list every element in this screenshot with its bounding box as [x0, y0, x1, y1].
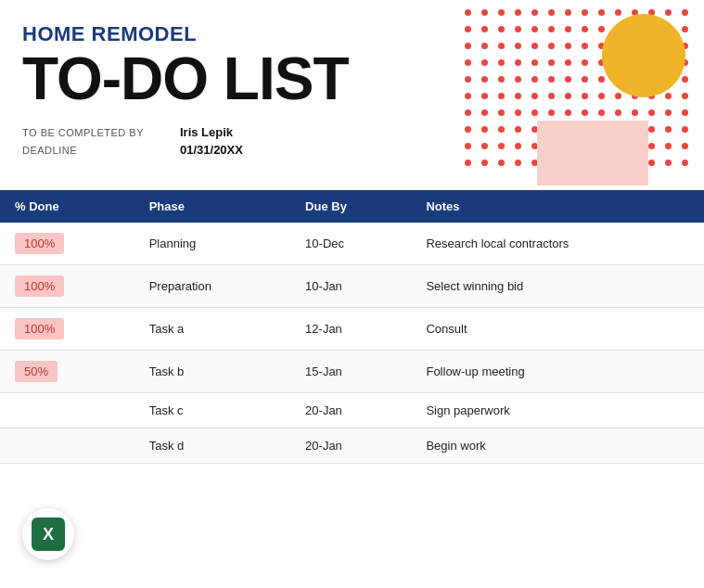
due-by-cell: 20-Jan — [290, 393, 411, 428]
percent-badge: 100% — [15, 275, 64, 297]
table-row: Task c20-JanSign paperwork — [0, 393, 704, 428]
due-by-cell: 12-Jan — [290, 308, 411, 351]
notes-cell: Begin work — [411, 428, 704, 464]
excel-fab[interactable]: X — [22, 508, 74, 560]
col-header-notes: Notes — [411, 190, 704, 223]
phase-cell: Task c — [134, 393, 290, 428]
percent-cell: 100% — [0, 265, 134, 308]
table-row: Task d20-JanBegin work — [0, 428, 704, 464]
table-row: 100%Task a12-JanConsult — [0, 308, 704, 351]
excel-icon: X — [32, 518, 65, 551]
table-row: 100%Preparation10-JanSelect winning bid — [0, 265, 704, 308]
col-header-due-by: Due By — [290, 190, 411, 223]
notes-cell: Follow-up meeting — [411, 351, 704, 393]
percent-badge: 100% — [15, 318, 64, 339]
percent-cell: 50% — [0, 351, 134, 393]
deadline-row: DEADLINE 01/31/20XX — [22, 143, 682, 157]
meta-section: TO BE COMPLETED BY Iris Lepik DEADLINE 0… — [22, 125, 682, 157]
notes-cell: Consult — [411, 308, 704, 351]
completed-by-label: TO BE COMPLETED BY — [22, 127, 180, 138]
deadline-value: 01/31/20XX — [180, 143, 243, 157]
col-header-percent: % Done — [0, 190, 134, 223]
due-by-cell: 10-Jan — [290, 265, 411, 308]
percent-cell — [0, 393, 134, 428]
due-by-cell: 15-Jan — [290, 351, 411, 393]
table-row: 100%Planning10-DecResearch local contrac… — [0, 223, 704, 265]
page-title: TO-DO LIST — [22, 48, 682, 110]
due-by-cell: 10-Dec — [290, 223, 411, 265]
todo-table: % Done Phase Due By Notes 100%Planning10… — [0, 190, 704, 464]
col-header-phase: Phase — [134, 190, 290, 223]
deadline-label: DEADLINE — [22, 145, 180, 156]
percent-cell: 100% — [0, 308, 134, 351]
percent-cell: 100% — [0, 223, 134, 265]
due-by-cell: 20-Jan — [290, 428, 411, 464]
subtitle: HOME REMODEL — [22, 22, 682, 46]
phase-cell: Task b — [134, 351, 290, 393]
notes-cell: Sign paperwork — [411, 393, 704, 428]
percent-badge: 50% — [15, 361, 58, 382]
notes-cell: Select winning bid — [411, 265, 704, 308]
completed-by-row: TO BE COMPLETED BY Iris Lepik — [22, 125, 682, 139]
phase-cell: Task d — [134, 428, 290, 464]
percent-cell — [0, 428, 134, 464]
table-row: 50%Task b15-JanFollow-up meeting — [0, 351, 704, 393]
page: HOME REMODEL TO-DO LIST TO BE COMPLETED … — [0, 0, 704, 588]
percent-badge: 100% — [15, 233, 64, 254]
phase-cell: Task a — [134, 308, 290, 351]
table-header-row: % Done Phase Due By Notes — [0, 190, 704, 223]
phase-cell: Preparation — [134, 265, 290, 308]
phase-cell: Planning — [134, 223, 290, 265]
excel-icon-label: X — [43, 525, 54, 544]
header: HOME REMODEL TO-DO LIST TO BE COMPLETED … — [0, 0, 704, 168]
notes-cell: Research local contractors — [411, 223, 704, 265]
table-container: % Done Phase Due By Notes 100%Planning10… — [0, 190, 704, 464]
completed-by-value: Iris Lepik — [180, 125, 233, 139]
